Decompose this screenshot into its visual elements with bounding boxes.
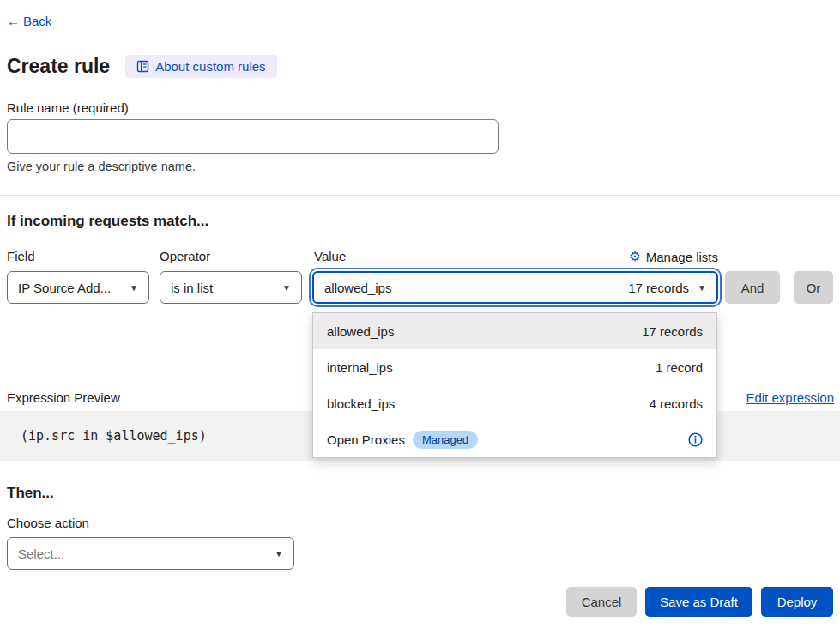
about-label: About custom rules [155,59,265,74]
chevron-down-icon: ▼ [130,283,138,293]
docs-icon [136,60,149,73]
info-icon[interactable] [688,432,703,447]
field-column-label: Field [7,249,35,263]
expression-code: (ip.src in $allowed_ips) [21,428,207,444]
list-item-name: internal_ips [327,360,393,375]
page-title: Create rule [7,55,110,78]
value-select-records: 17 records [628,281,689,295]
cancel-button[interactable]: Cancel [566,587,637,617]
or-button[interactable]: Or [794,271,833,304]
rule-name-helper: Give your rule a descriptive name. [7,160,196,173]
value-dropdown-menu: allowed_ips 17 records internal_ips 1 re… [312,312,717,458]
expression-preview-label: Expression Preview [7,390,120,405]
list-item-records: 1 record [656,360,703,375]
value-select[interactable]: allowed_ips 17 records ▼ [312,271,718,304]
list-item[interactable]: blocked_ips 4 records [313,385,716,421]
action-select[interactable]: Select... ▼ [7,537,294,570]
list-item-name: allowed_ips [327,324,394,339]
list-item-name: Open Proxies [327,432,405,447]
operator-select[interactable]: is in list ▼ [160,271,302,304]
rule-name-label: Rule name (required) [7,100,129,115]
list-item-records: 4 records [649,396,703,411]
list-item[interactable]: allowed_ips 17 records [313,313,716,349]
title-row: Create rule About custom rules [7,55,277,78]
list-item-name: blocked_ips [327,396,395,411]
field-select[interactable]: IP Source Add... ▼ [7,271,149,304]
then-heading: Then... [7,485,54,502]
value-select-value: allowed_ips [324,281,618,295]
list-item[interactable]: Open Proxies Managed [313,421,716,457]
field-select-value: IP Source Add... [18,281,121,295]
choose-action-label: Choose action [7,516,89,530]
manage-lists-label: Manage lists [646,250,718,264]
create-rule-page: ←Back Create rule About custom rules Rul… [0,0,840,634]
back-arrow-icon: ← [7,14,20,28]
value-column-label: Value [314,249,346,263]
save-as-draft-button[interactable]: Save as Draft [645,587,752,617]
list-item-records: 17 records [642,324,703,339]
about-custom-rules-link[interactable]: About custom rules [125,55,276,78]
list-item[interactable]: internal_ips 1 record [313,349,716,385]
gear-icon: ⚙ [629,249,640,264]
rule-name-input[interactable] [7,119,499,154]
chevron-down-icon: ▼ [698,283,706,293]
operator-select-value: is in list [171,281,274,295]
chevron-down-icon: ▼ [275,549,283,559]
match-heading: If incoming requests match... [7,213,208,230]
managed-badge: Managed [413,431,478,449]
deploy-button[interactable]: Deploy [761,587,833,617]
action-select-placeholder: Select... [18,546,266,561]
and-button[interactable]: And [725,271,780,304]
edit-expression-link[interactable]: Edit expression [746,390,834,405]
divider [0,195,840,196]
operator-column-label: Operator [160,249,210,263]
chevron-down-icon: ▼ [282,283,291,293]
manage-lists-link[interactable]: ⚙ Manage lists [629,249,718,264]
back-link[interactable]: ←Back [7,14,51,28]
back-label: Back [23,14,51,28]
